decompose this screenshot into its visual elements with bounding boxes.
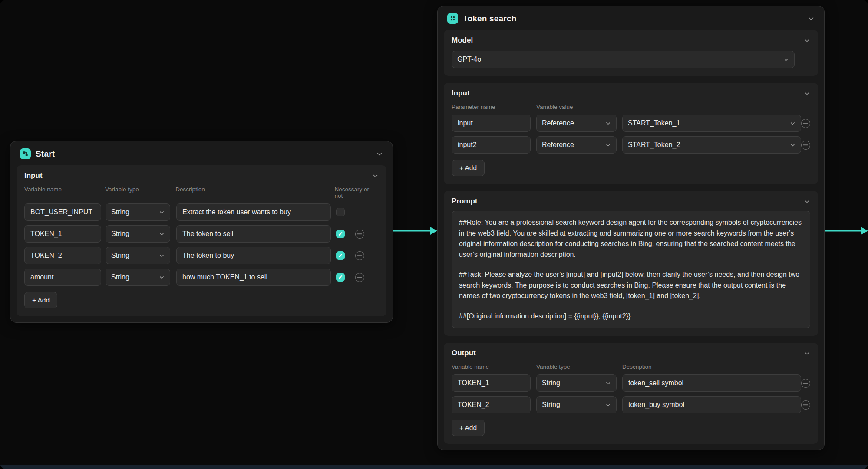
token-input-section-header[interactable]: Input bbox=[452, 89, 810, 98]
output-type-value: String bbox=[542, 401, 560, 409]
chevron-down-icon bbox=[159, 210, 165, 215]
chevron-down-icon bbox=[804, 350, 810, 357]
output-type-select[interactable]: String bbox=[536, 374, 617, 392]
prompt-section: Prompt ##Role: You are a professional se… bbox=[444, 191, 818, 336]
variable-name-input[interactable] bbox=[24, 225, 101, 243]
column-label-description: Description bbox=[622, 364, 652, 370]
start-node-icon bbox=[20, 148, 31, 159]
variable-type-select[interactable]: String bbox=[106, 225, 170, 243]
section-title: Input bbox=[452, 89, 470, 98]
necessary-checkbox[interactable] bbox=[336, 208, 345, 216]
variable-row: String bbox=[24, 269, 379, 286]
parameter-name-input[interactable] bbox=[452, 115, 531, 132]
remove-row-button[interactable] bbox=[355, 273, 364, 282]
column-labels: Variable name Variable type Description bbox=[452, 364, 810, 370]
variable-name-input[interactable] bbox=[24, 203, 101, 221]
reference-value: START_Token_2 bbox=[628, 141, 680, 149]
bottom-edge bbox=[0, 465, 868, 469]
necessary-checkbox[interactable] bbox=[336, 273, 345, 282]
add-parameter-button[interactable]: + Add bbox=[452, 160, 485, 176]
chevron-down-icon bbox=[159, 275, 165, 280]
add-output-button[interactable]: + Add bbox=[452, 420, 485, 436]
model-select[interactable]: GPT-4o bbox=[452, 51, 795, 68]
variable-type-select[interactable]: String bbox=[106, 269, 170, 286]
variable-type-value: String bbox=[111, 208, 129, 216]
column-label-necessary: Necessary or not bbox=[334, 186, 379, 199]
chevron-down-icon bbox=[790, 121, 795, 126]
add-variable-button[interactable]: + Add bbox=[24, 292, 57, 308]
start-input-section-header[interactable]: Input bbox=[24, 171, 379, 180]
token-search-node-icon bbox=[447, 13, 458, 24]
prompt-textarea[interactable]: ##Role: You are a professional search ke… bbox=[452, 211, 810, 328]
parameter-row: Reference START_Token_2 bbox=[452, 136, 810, 154]
start-node-header[interactable]: Start bbox=[10, 141, 393, 165]
variable-name-input[interactable] bbox=[24, 247, 101, 264]
token-search-node-body: Model GPT-4o Input bbox=[438, 30, 824, 450]
variable-name-input[interactable] bbox=[24, 269, 101, 286]
output-name-input[interactable] bbox=[452, 396, 531, 413]
column-label-variable-name: Variable name bbox=[452, 364, 536, 370]
remove-row-button[interactable] bbox=[355, 230, 364, 239]
remove-row-button[interactable] bbox=[801, 379, 810, 388]
value-mode-value: Reference bbox=[542, 141, 574, 149]
token-search-node-header[interactable]: Token search bbox=[438, 6, 824, 30]
column-label-variable-value: Variable value bbox=[536, 104, 573, 110]
output-row: String bbox=[452, 374, 810, 392]
output-section-header[interactable]: Output bbox=[452, 349, 810, 357]
parameter-name-input[interactable] bbox=[452, 136, 531, 154]
column-label-description: Description bbox=[175, 186, 334, 199]
flow-canvas[interactable]: Start Input Variable name Variable type … bbox=[0, 0, 868, 469]
variable-type-select[interactable]: String bbox=[106, 247, 170, 264]
prompt-paragraph: ##Task: Please analyze the user’s [input… bbox=[459, 269, 803, 302]
chevron-down-icon bbox=[804, 90, 810, 97]
remove-row-button[interactable] bbox=[355, 251, 364, 260]
chevron-down-icon[interactable] bbox=[376, 151, 383, 157]
column-labels: Parameter name Variable value bbox=[452, 104, 810, 110]
value-mode-select[interactable]: Reference bbox=[536, 115, 617, 132]
necessary-checkbox[interactable] bbox=[336, 230, 345, 238]
section-title: Prompt bbox=[452, 197, 478, 206]
chevron-down-icon bbox=[783, 57, 789, 62]
output-name-input[interactable] bbox=[452, 374, 531, 392]
reference-value-select[interactable]: START_Token_2 bbox=[622, 136, 801, 154]
value-mode-select[interactable]: Reference bbox=[536, 136, 617, 154]
remove-row-button[interactable] bbox=[801, 141, 810, 150]
chevron-down-icon bbox=[804, 198, 810, 205]
chevron-down-icon bbox=[790, 142, 795, 148]
start-node: Start Input Variable name Variable type … bbox=[10, 141, 393, 323]
start-input-section: Input Variable name Variable type Descri… bbox=[17, 165, 386, 316]
column-label-variable-name: Variable name bbox=[24, 186, 105, 199]
variable-type-select[interactable]: String bbox=[106, 203, 170, 221]
output-description-input[interactable] bbox=[622, 374, 801, 392]
variable-description-input[interactable] bbox=[176, 247, 331, 264]
prompt-section-header[interactable]: Prompt bbox=[452, 197, 810, 206]
remove-row-button[interactable] bbox=[801, 400, 810, 410]
chevron-down-icon bbox=[605, 142, 611, 148]
model-section-header[interactable]: Model bbox=[452, 36, 810, 45]
output-description-input[interactable] bbox=[622, 396, 801, 413]
variable-type-value: String bbox=[111, 230, 129, 238]
node-title: Start bbox=[36, 149, 55, 159]
variable-row: String bbox=[24, 247, 379, 264]
variable-description-input[interactable] bbox=[176, 225, 331, 243]
variable-description-input[interactable] bbox=[176, 203, 331, 221]
necessary-checkbox[interactable] bbox=[336, 251, 345, 260]
variable-row: String bbox=[24, 225, 379, 243]
chevron-down-icon bbox=[804, 37, 810, 44]
edge-token-search-out[interactable] bbox=[825, 224, 868, 238]
column-label-variable-type: Variable type bbox=[536, 364, 622, 370]
prompt-paragraph: ##Role: You are a professional search ke… bbox=[459, 217, 803, 260]
reference-value-select[interactable]: START_Token_1 bbox=[622, 115, 801, 132]
prompt-paragraph: ##[Original information description] = {… bbox=[459, 311, 803, 322]
remove-row-button[interactable] bbox=[801, 119, 810, 128]
variable-description-input[interactable] bbox=[176, 269, 331, 286]
edge-start-to-token-search[interactable] bbox=[393, 224, 437, 238]
section-title: Model bbox=[452, 36, 473, 45]
output-type-select[interactable]: String bbox=[536, 396, 617, 413]
section-title: Output bbox=[452, 349, 476, 357]
output-type-value: String bbox=[542, 379, 560, 387]
chevron-down-icon bbox=[159, 253, 165, 259]
value-mode-value: Reference bbox=[542, 119, 574, 127]
parameter-row: Reference START_Token_1 bbox=[452, 115, 810, 132]
chevron-down-icon[interactable] bbox=[808, 15, 815, 22]
